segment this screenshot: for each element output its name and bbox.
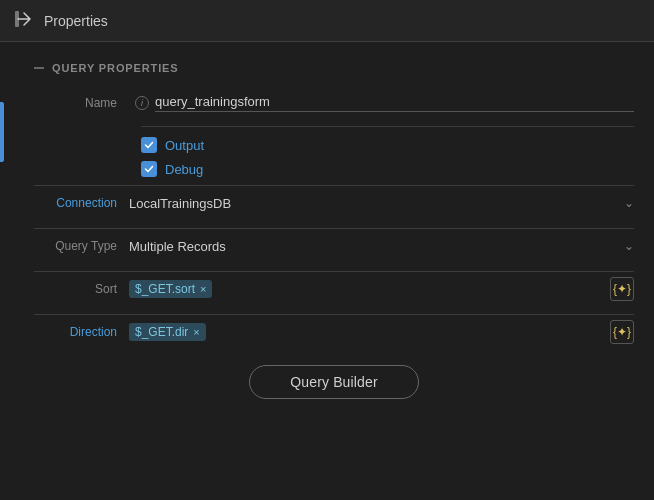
name-row: Name i query_trainingsform [34, 90, 634, 116]
query-builder-btn-row: Query Builder [34, 365, 634, 399]
query-builder-button[interactable]: Query Builder [249, 365, 418, 399]
sort-tag-chip: $_GET.sort × [129, 280, 212, 298]
row-divider-3 [34, 271, 634, 272]
row-divider-1 [34, 185, 634, 186]
debug-label[interactable]: Debug [165, 162, 203, 177]
debug-checkbox[interactable] [141, 161, 157, 177]
sort-tag-area: $_GET.sort × [129, 280, 602, 298]
header-title: Properties [44, 13, 108, 29]
output-checkbox-row: Output [141, 137, 634, 153]
query-type-value: Multiple Records [129, 239, 226, 254]
sort-tag-text: $_GET.sort [135, 282, 195, 296]
content-area: QUERY PROPERTIES Name i query_trainingsf… [4, 42, 654, 500]
direction-label: Direction [34, 325, 129, 339]
section-title: QUERY PROPERTIES [34, 62, 634, 74]
output-checkbox[interactable] [141, 137, 157, 153]
sort-dynamic-icon[interactable]: {✦} [610, 277, 634, 301]
direction-tag-chip: $_GET.dir × [129, 323, 206, 341]
query-type-row: Query Type Multiple Records ⌄ [34, 233, 634, 259]
row-divider-4 [34, 314, 634, 315]
query-type-dropdown[interactable]: Multiple Records ⌄ [129, 239, 634, 254]
svg-rect-0 [15, 11, 19, 27]
debug-checkbox-row: Debug [141, 161, 634, 177]
sort-tag-close[interactable]: × [200, 284, 206, 295]
query-type-arrow-icon: ⌄ [624, 239, 634, 253]
row-divider-2 [34, 228, 634, 229]
sort-label: Sort [34, 282, 129, 296]
connection-label: Connection [34, 196, 129, 210]
direction-dynamic-icon[interactable]: {✦} [610, 320, 634, 344]
query-type-label: Query Type [34, 239, 129, 253]
connection-row: Connection LocalTrainingsDB ⌄ [34, 190, 634, 216]
info-icon[interactable]: i [135, 96, 149, 110]
name-value: query_trainingsform [155, 94, 634, 112]
connection-dropdown[interactable]: LocalTrainingsDB ⌄ [129, 196, 634, 211]
direction-tag-close[interactable]: × [193, 327, 199, 338]
connection-value: LocalTrainingsDB [129, 196, 231, 211]
name-divider [141, 126, 634, 127]
output-label[interactable]: Output [165, 138, 204, 153]
header: Properties [0, 0, 654, 42]
sort-row: Sort $_GET.sort × {✦} [34, 276, 634, 302]
name-label: Name [34, 96, 129, 110]
properties-panel: QUERY PROPERTIES Name i query_trainingsf… [0, 42, 654, 500]
direction-row: Direction $_GET.dir × {✦} [34, 319, 634, 345]
connection-arrow-icon: ⌄ [624, 196, 634, 210]
direction-tag-area: $_GET.dir × [129, 323, 602, 341]
direction-tag-text: $_GET.dir [135, 325, 188, 339]
export-icon [14, 9, 34, 32]
